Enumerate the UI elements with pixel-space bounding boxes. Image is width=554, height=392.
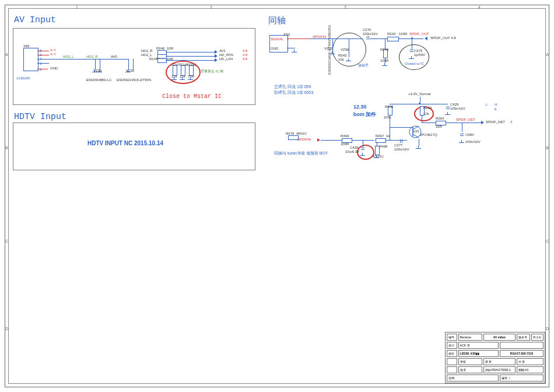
gndp: GND (271, 47, 278, 50)
wire (100, 59, 100, 69)
r468l: R468 (379, 145, 387, 148)
c277-cap (398, 139, 404, 143)
r246v: 10R (167, 47, 173, 50)
esd-rot: ESD5621W15-2/TR/N*5050253 (328, 25, 331, 75)
gnd-icon (125, 69, 131, 74)
wire (37, 69, 48, 69)
r242 (387, 37, 399, 41)
gnd-icon (459, 140, 465, 145)
title-av-input: AV Input (14, 15, 56, 25)
junction (419, 103, 420, 104)
ruler-top-2: 2 (210, 5, 212, 9)
connector-x83 (23, 48, 38, 71)
hdrin: HD_R/IN (219, 53, 233, 57)
esd1: ESD09V88D-LC (86, 78, 112, 82)
arrow-icon (215, 50, 218, 54)
gnd-icon (292, 50, 297, 54)
partno: 1126205 (16, 76, 30, 80)
lh-h: H (495, 103, 497, 106)
ruler-side-b: B (5, 146, 8, 150)
r469v: 100R (341, 142, 349, 146)
c276: C276 (363, 28, 371, 32)
ruler-side-d: D (5, 327, 8, 331)
tb-r2c (500, 342, 544, 349)
svg-line-2 (413, 126, 419, 130)
bus8b: 4.8 (243, 57, 247, 61)
ruler-side-a: A (5, 52, 8, 57)
wire (462, 123, 462, 132)
wire (37, 55, 49, 55)
c429l: C429 (450, 103, 458, 106)
bus8: 4.8 (243, 53, 247, 57)
x-y: X-Y (50, 48, 56, 52)
r242l: R242 (387, 32, 395, 36)
r467l: R467 (376, 134, 384, 138)
tb-r1a: 编号 (447, 334, 457, 341)
tb-r5c: 例如:RSAG70000-1 (483, 366, 516, 373)
r243v: 10k (338, 58, 344, 61)
gnd-lbl: GND (50, 66, 58, 70)
r264v: 33R (436, 125, 442, 128)
tb-r4a (447, 358, 457, 365)
close-ellipse (166, 61, 201, 84)
ruler-side-b-r: B (546, 146, 549, 150)
wire (166, 56, 215, 57)
wire (287, 38, 310, 39)
wire (287, 48, 295, 48)
arrow-icon (425, 37, 427, 40)
tb-r5b: 批准 (458, 366, 482, 373)
gnd-icon (416, 146, 422, 150)
tb-r1c: AV video (483, 334, 516, 341)
gnd-icon (445, 112, 451, 117)
gnd-icon (346, 58, 352, 63)
note-green: 尽量靠近 IC 侧 (201, 69, 223, 74)
esd2: ESD5621W15-2/TR/N (117, 78, 151, 82)
gnd-icon (360, 153, 366, 158)
wire (422, 116, 422, 123)
note1: 12.30 (353, 104, 367, 110)
r242v: 100R (399, 32, 407, 36)
cap-c275 (410, 48, 413, 54)
tb-r2b: ACK: B (458, 342, 499, 349)
r147-lbl: R147 (149, 57, 157, 61)
wire (61, 59, 96, 60)
svg-line-3 (413, 134, 419, 138)
c428 (361, 146, 364, 152)
wire (166, 52, 215, 52)
ruler-side-d-r: D (546, 327, 549, 331)
txt1: 立焊孔 回流 1部 059 (274, 84, 311, 90)
r469l: R469 (341, 134, 349, 138)
ruler-top-1: 1 (76, 5, 78, 9)
hd2l: HD2_L (63, 55, 74, 58)
c428v: 10u/6.3V (345, 150, 359, 153)
r243: R243 (338, 54, 346, 57)
hdlin: HD_L/IN (219, 57, 233, 61)
tb-r1e: VI-1.6 (531, 334, 544, 341)
bus4: 4.8 (243, 49, 247, 52)
wire (37, 51, 49, 51)
tb-r5a (447, 366, 457, 373)
tb-r2a: 设计 (447, 342, 457, 349)
r250v: 100k (384, 116, 391, 119)
c584-cap (460, 132, 464, 138)
lh-l: L (486, 103, 488, 106)
ruler-side-c: C (5, 239, 8, 243)
wire (349, 38, 349, 57)
tb-r5d: 图幅:A3 (517, 366, 544, 373)
x-y2: X-Y (50, 52, 56, 56)
arrow-icon (317, 138, 320, 142)
arrow-icon (215, 54, 218, 58)
c584: C584 (465, 133, 474, 136)
gnd-icon (409, 56, 415, 61)
x83-label: X83 (23, 44, 30, 48)
r253v: 10k (423, 112, 429, 116)
ruler-top-3: 3 (344, 5, 346, 9)
r264l: R264 (436, 117, 444, 120)
c277: C277 (394, 144, 402, 147)
r253l: R253 (423, 106, 432, 110)
vz36c: VZ36 (341, 48, 349, 51)
c275v: 1p/50V (414, 53, 425, 57)
closed: Closed to IC (405, 62, 424, 65)
c584v: 100n/16V (465, 140, 481, 144)
spdifdet-pin: SPDIF_DET (486, 120, 505, 124)
